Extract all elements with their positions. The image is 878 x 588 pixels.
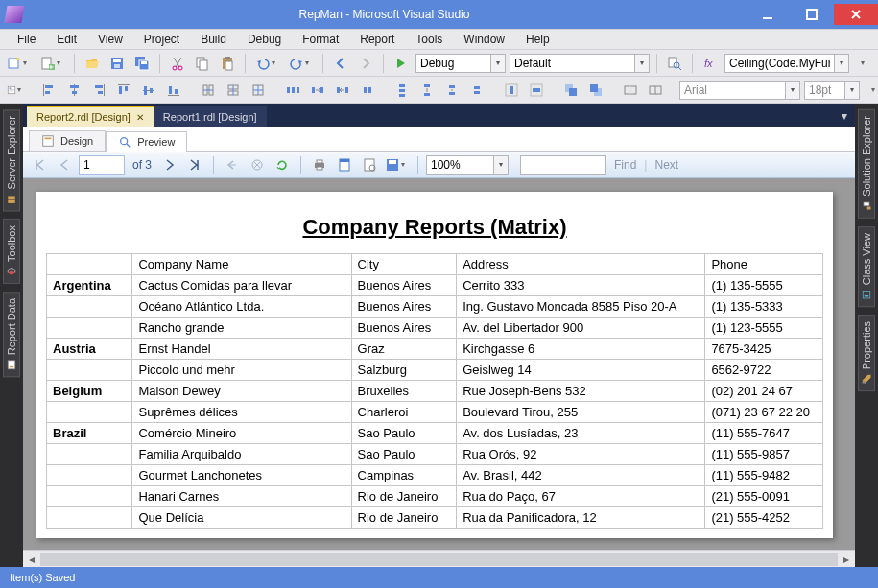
- split-cells-button[interactable]: [645, 80, 666, 101]
- close-icon[interactable]: ✕: [136, 112, 144, 123]
- tab-report1[interactable]: Report1.rdl [Design]: [154, 106, 267, 127]
- platform-input[interactable]: [510, 54, 634, 73]
- solution-explorer-tab[interactable]: Solution Explorer: [858, 109, 875, 219]
- chevron-down-icon[interactable]: ▾: [834, 54, 849, 73]
- save-all-button[interactable]: [131, 53, 153, 74]
- menu-project[interactable]: Project: [134, 31, 189, 48]
- expression-fx-icon[interactable]: fx: [700, 53, 721, 74]
- menu-debug[interactable]: Debug: [238, 31, 291, 48]
- maximize-button[interactable]: [790, 4, 834, 25]
- find-next-label[interactable]: Next: [654, 158, 678, 172]
- zoom-input[interactable]: [426, 155, 493, 175]
- save-button[interactable]: [107, 53, 128, 74]
- platform-combo[interactable]: ▾: [510, 54, 650, 73]
- chevron-down-icon[interactable]: ▾: [490, 54, 506, 73]
- subtab-design[interactable]: Design: [29, 130, 106, 151]
- print-layout-button[interactable]: [334, 154, 355, 176]
- menu-file[interactable]: File: [8, 31, 45, 48]
- send-back-button[interactable]: [585, 80, 606, 101]
- toolbox-tab[interactable]: Toolbox: [3, 219, 20, 284]
- prev-page-button[interactable]: [54, 154, 75, 176]
- same-size-button[interactable]: [248, 80, 269, 101]
- find-input[interactable]: [520, 155, 606, 175]
- hspace-equal-button[interactable]: [282, 80, 303, 101]
- nav-back-button[interactable]: [330, 53, 351, 74]
- align-right-button[interactable]: [88, 80, 109, 101]
- refresh-button[interactable]: [272, 154, 293, 176]
- print-button[interactable]: [309, 154, 330, 176]
- menu-report[interactable]: Report: [350, 31, 404, 48]
- font-size-combo[interactable]: ▾: [804, 81, 860, 100]
- font-family-combo[interactable]: ▾: [679, 81, 800, 100]
- same-height-button[interactable]: [223, 80, 244, 101]
- next-page-button[interactable]: [159, 154, 180, 176]
- zoom-combo[interactable]: ▾: [426, 155, 509, 175]
- center-horiz-button[interactable]: [501, 80, 522, 101]
- add-item-button[interactable]: ▾: [37, 53, 67, 74]
- hspace-increase-button[interactable]: [307, 80, 328, 101]
- same-width-button[interactable]: [198, 80, 219, 101]
- page-number-input[interactable]: [79, 155, 125, 175]
- align-middle-v-button[interactable]: [138, 80, 159, 101]
- chevron-down-icon[interactable]: ▾: [785, 81, 800, 100]
- cut-button[interactable]: [167, 53, 188, 74]
- copy-button[interactable]: [192, 53, 213, 74]
- subtab-preview[interactable]: Preview: [106, 131, 187, 152]
- align-top-button[interactable]: [113, 80, 134, 101]
- menu-tools[interactable]: Tools: [406, 31, 452, 48]
- align-bottom-button[interactable]: [163, 80, 184, 101]
- vspace-equal-button[interactable]: [392, 80, 413, 101]
- start-debug-button[interactable]: [391, 53, 412, 74]
- stop-render-button[interactable]: [247, 154, 268, 176]
- server-explorer-tab[interactable]: Server Explorer: [3, 109, 20, 211]
- merge-cells-button[interactable]: [620, 80, 641, 101]
- redo-button[interactable]: ▾: [286, 53, 316, 74]
- open-button[interactable]: [82, 53, 103, 74]
- undo-button[interactable]: ▾: [252, 53, 282, 74]
- config-input[interactable]: [415, 54, 490, 73]
- menu-edit[interactable]: Edit: [47, 31, 86, 48]
- horizontal-scrollbar[interactable]: ◂ ▸: [23, 550, 855, 567]
- chevron-down-icon[interactable]: ▾: [844, 81, 860, 100]
- menu-view[interactable]: View: [88, 31, 132, 48]
- align-center-h-button[interactable]: [63, 80, 84, 101]
- export-button[interactable]: ▾: [384, 154, 410, 176]
- scroll-left-icon[interactable]: ◂: [23, 553, 40, 566]
- report-canvas[interactable]: Company Reports (Matrix) Company NameCit…: [23, 178, 855, 550]
- find-in-files-button[interactable]: [664, 53, 685, 74]
- vspace-decrease-button[interactable]: [441, 80, 463, 101]
- minimize-button[interactable]: [746, 4, 790, 25]
- chevron-down-icon[interactable]: ▾: [634, 54, 650, 73]
- close-button[interactable]: [834, 4, 878, 25]
- report-data-tab[interactable]: Report Data: [3, 292, 20, 377]
- report-settings-button[interactable]: ▾: [4, 80, 25, 101]
- new-project-button[interactable]: ▾: [4, 53, 34, 74]
- find-label[interactable]: Find: [614, 158, 636, 172]
- expression-combo[interactable]: ▾: [724, 54, 849, 73]
- chevron-down-icon[interactable]: ▾: [493, 155, 509, 175]
- page-setup-button[interactable]: [359, 154, 380, 176]
- properties-tab[interactable]: Properties: [858, 315, 875, 391]
- align-left-button[interactable]: [38, 80, 59, 101]
- hspace-decrease-button[interactable]: [332, 80, 353, 101]
- center-vert-button[interactable]: [526, 80, 547, 101]
- vspace-remove-button[interactable]: [466, 80, 487, 101]
- nav-fwd-button[interactable]: [355, 53, 376, 74]
- menu-build[interactable]: Build: [191, 31, 236, 48]
- first-page-button[interactable]: [29, 154, 50, 176]
- vspace-increase-button[interactable]: [416, 80, 438, 101]
- tab-overflow-button[interactable]: ▾: [834, 106, 855, 127]
- hspace-remove-button[interactable]: [357, 80, 378, 101]
- overflow-button[interactable]: ▾: [864, 80, 878, 101]
- menu-window[interactable]: Window: [454, 31, 514, 48]
- menu-format[interactable]: Format: [293, 31, 348, 48]
- overflow-button[interactable]: ▾: [853, 53, 874, 74]
- menu-help[interactable]: Help: [516, 31, 559, 48]
- class-view-tab[interactable]: Class View: [858, 226, 875, 307]
- scroll-right-icon[interactable]: ▸: [838, 553, 855, 566]
- paste-button[interactable]: [217, 53, 238, 74]
- last-page-button[interactable]: [184, 154, 205, 176]
- tab-report2[interactable]: Report2.rdl [Design] ✕: [27, 106, 154, 127]
- bring-front-button[interactable]: [560, 80, 581, 101]
- back-to-parent-button[interactable]: [222, 154, 243, 176]
